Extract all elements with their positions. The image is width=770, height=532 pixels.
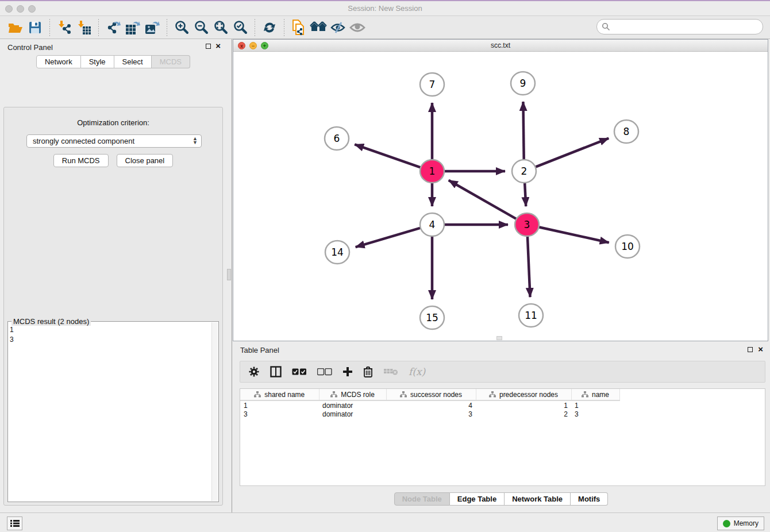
two-houses-icon bbox=[310, 21, 327, 34]
tab-network[interactable]: Network bbox=[36, 55, 81, 68]
clone-network-button[interactable] bbox=[289, 18, 309, 37]
graph-edge-1-6[interactable] bbox=[355, 144, 421, 167]
add-column-button[interactable] bbox=[342, 367, 353, 377]
trash-icon bbox=[363, 366, 373, 377]
table-cell[interactable]: 3 bbox=[240, 410, 319, 419]
result-scrollbar[interactable] bbox=[211, 322, 218, 501]
table-cell[interactable]: 4 bbox=[386, 400, 476, 410]
zoom-out-button[interactable] bbox=[191, 18, 211, 37]
panel-divider[interactable] bbox=[226, 39, 232, 512]
column-header-name[interactable]: name bbox=[571, 389, 619, 400]
graph-node-6[interactable]: 6 bbox=[325, 127, 349, 150]
column-header-MCDS-role[interactable]: MCDS role bbox=[319, 389, 386, 400]
tab-style[interactable]: Style bbox=[81, 55, 114, 68]
table-cell[interactable]: 1 bbox=[476, 400, 571, 410]
graph-node-1[interactable]: 1 bbox=[420, 160, 444, 183]
export-image-button[interactable] bbox=[143, 18, 162, 37]
graph-node-14[interactable]: 14 bbox=[325, 241, 349, 264]
close-table-panel-icon[interactable]: × bbox=[758, 346, 763, 353]
graph-node-11[interactable]: 11 bbox=[519, 304, 543, 327]
tab-network-table[interactable]: Network Table bbox=[505, 492, 571, 506]
table-cell[interactable]: 2 bbox=[476, 410, 571, 419]
network-window-titlebar[interactable]: x − + scc.txt bbox=[233, 40, 768, 52]
run-mcds-button[interactable]: Run MCDS bbox=[53, 154, 109, 167]
zoom-in-button[interactable] bbox=[172, 18, 191, 37]
graph-node-2[interactable]: 2 bbox=[512, 160, 536, 183]
float-table-panel-icon[interactable] bbox=[748, 347, 753, 352]
first-neighbors-button[interactable] bbox=[309, 18, 328, 37]
table-row[interactable]: 3dominator323 bbox=[240, 410, 619, 419]
import-network-button[interactable] bbox=[55, 18, 74, 37]
export-network-button[interactable] bbox=[103, 18, 123, 37]
network-minimize-icon[interactable]: − bbox=[249, 42, 257, 49]
divider-grip[interactable] bbox=[227, 269, 231, 280]
graph-edge-3-10[interactable] bbox=[538, 227, 609, 242]
tab-select[interactable]: Select bbox=[114, 55, 152, 68]
column-header-shared-name[interactable]: shared name bbox=[240, 389, 319, 400]
show-hide-graphics-button[interactable] bbox=[328, 18, 348, 37]
function-builder-button[interactable]: f(x) bbox=[409, 366, 425, 377]
table-cell[interactable]: 1 bbox=[571, 400, 619, 410]
graph-edge-3-11[interactable] bbox=[528, 236, 530, 297]
delete-table-button[interactable] bbox=[383, 367, 398, 376]
graph-node-3[interactable]: 3 bbox=[515, 213, 539, 236]
tab-mcds[interactable]: MCDS bbox=[152, 55, 190, 68]
table-cell[interactable]: dominator bbox=[319, 400, 386, 410]
network-canvas[interactable]: 7968124314101511 bbox=[233, 52, 768, 341]
graph-edge-2-3[interactable] bbox=[525, 182, 526, 206]
graph-node-4[interactable]: 4 bbox=[420, 213, 444, 236]
graph-edge-2-9[interactable] bbox=[523, 102, 523, 160]
column-header-predecessor-nodes[interactable]: predecessor nodes bbox=[476, 389, 571, 400]
save-session-button[interactable] bbox=[25, 18, 45, 37]
import-network-icon bbox=[57, 20, 72, 35]
graph-node-8[interactable]: 8 bbox=[614, 120, 638, 143]
tab-edge-table[interactable]: Edge Table bbox=[450, 492, 505, 506]
search-input[interactable] bbox=[610, 23, 758, 31]
mcds-result-text[interactable]: 1 3 bbox=[10, 325, 210, 500]
graph-node-7[interactable]: 7 bbox=[420, 73, 444, 96]
delete-table-icon bbox=[383, 367, 398, 376]
svg-text:15: 15 bbox=[426, 312, 438, 323]
import-table-button[interactable] bbox=[74, 18, 94, 37]
table-row[interactable]: 1dominator411 bbox=[240, 400, 619, 410]
tab-node-table[interactable]: Node Table bbox=[394, 492, 450, 506]
graph-node-15[interactable]: 15 bbox=[420, 306, 444, 329]
network-split-grip[interactable] bbox=[496, 336, 502, 340]
preview-eye-button[interactable] bbox=[348, 18, 367, 37]
table-cell[interactable]: dominator bbox=[319, 410, 386, 419]
table-settings-button[interactable] bbox=[248, 366, 260, 377]
delete-column-button[interactable] bbox=[363, 366, 373, 377]
export-table-button[interactable] bbox=[123, 18, 143, 37]
criterion-dropdown[interactable]: strongly connected component ▲▼ bbox=[26, 134, 202, 148]
memory-button[interactable]: Memory bbox=[717, 516, 764, 530]
zoom-fit-button[interactable] bbox=[211, 18, 230, 37]
graph-node-10[interactable]: 10 bbox=[615, 235, 640, 258]
search-field[interactable] bbox=[596, 19, 763, 34]
apply-layout-button[interactable] bbox=[260, 18, 279, 37]
graph-node-9[interactable]: 9 bbox=[511, 72, 535, 95]
table-cell[interactable]: 3 bbox=[386, 410, 476, 419]
columns-icon bbox=[270, 366, 282, 377]
tab-motifs[interactable]: Motifs bbox=[571, 492, 608, 506]
deselect-all-button[interactable] bbox=[317, 368, 332, 376]
table-cell[interactable]: 1 bbox=[240, 400, 319, 410]
show-columns-button[interactable] bbox=[270, 366, 282, 377]
zoom-selected-button[interactable] bbox=[230, 18, 250, 37]
export-network-icon bbox=[105, 20, 121, 35]
task-history-button[interactable] bbox=[7, 516, 22, 530]
column-header-successor-nodes[interactable]: successor nodes bbox=[386, 389, 476, 400]
graph-edge-4-14[interactable] bbox=[356, 228, 421, 247]
check-all-icon bbox=[292, 368, 307, 376]
float-panel-icon[interactable] bbox=[206, 44, 211, 49]
select-all-button[interactable] bbox=[292, 368, 307, 376]
open-session-button[interactable] bbox=[6, 18, 25, 37]
memory-label: Memory bbox=[734, 519, 759, 527]
network-close-icon[interactable]: x bbox=[238, 42, 245, 49]
status-bar: Memory bbox=[0, 512, 770, 532]
network-maximize-icon[interactable]: + bbox=[261, 42, 268, 49]
close-panel-icon[interactable]: × bbox=[215, 43, 221, 49]
graph-edge-3-1[interactable] bbox=[449, 180, 517, 219]
graph-edge-2-8[interactable] bbox=[535, 138, 609, 168]
close-panel-button[interactable]: Close panel bbox=[117, 154, 174, 167]
table-cell[interactable]: 3 bbox=[571, 410, 619, 419]
